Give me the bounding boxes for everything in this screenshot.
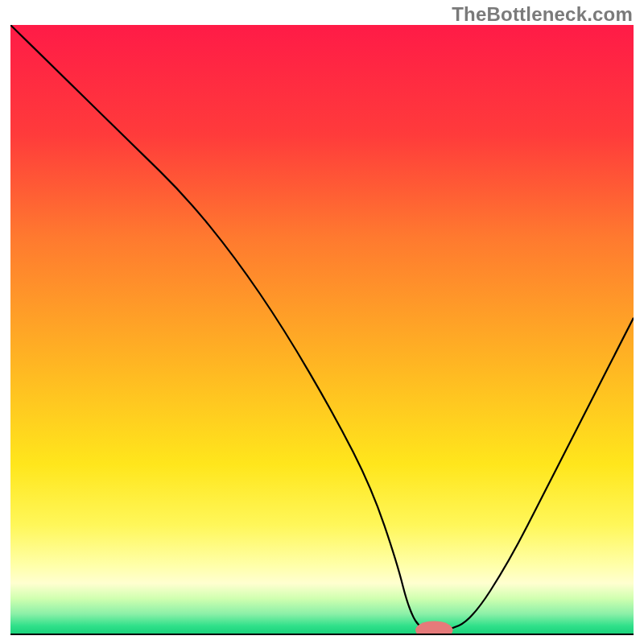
watermark-text: TheBottleneck.com xyxy=(452,3,633,26)
chart-svg xyxy=(10,25,634,635)
chart-stage: TheBottleneck.com xyxy=(0,0,644,644)
plot-area xyxy=(10,25,634,635)
